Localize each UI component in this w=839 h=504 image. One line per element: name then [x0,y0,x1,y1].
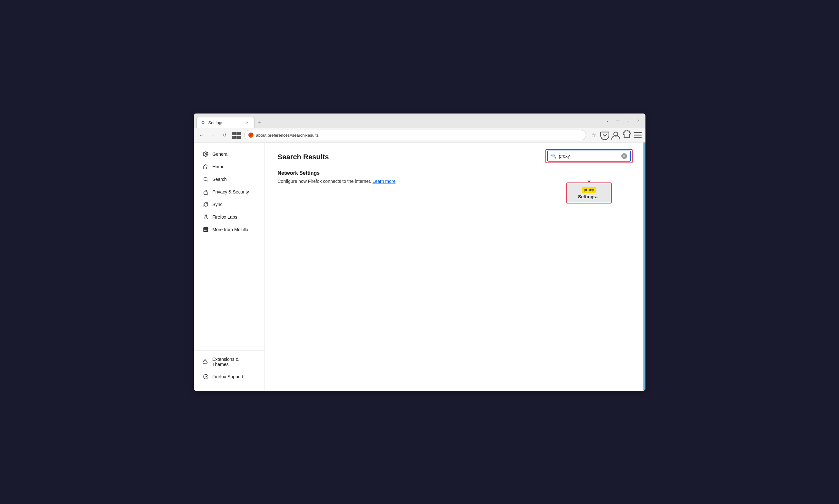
firefox-logo [248,132,253,138]
title-bar: ⚙ Settings × + ⌄ — □ × [194,113,645,128]
tab-title: Settings [208,120,224,125]
sidebar-item-support[interactable]: ? Firefox Support [196,371,262,383]
new-tab-button[interactable]: + [254,118,264,128]
svg-rect-1 [232,136,236,139]
mozilla-icon: m [203,227,209,233]
search-box-icon: 🔍 [551,154,556,159]
sidebar: General Home [194,143,265,391]
search-box-outer: 🔍 × [546,149,632,163]
refresh-button[interactable]: ↺ [220,130,230,140]
svg-rect-8 [205,167,207,169]
labs-icon [203,214,209,220]
sidebar-item-sync-label: Sync [213,202,222,207]
address-bar[interactable]: about:preferences#searchResults [244,130,586,140]
dropdown-button[interactable]: ⌄ [603,116,612,125]
main-content: General Home [194,143,645,391]
svg-rect-11 [204,192,208,195]
sidebar-item-firefox-labs-label: Firefox Labs [213,214,237,220]
sidebar-item-search[interactable]: Search [196,173,262,185]
sidebar-item-general[interactable]: General [196,148,262,160]
home-icon [203,164,209,169]
settings-button[interactable]: Settings... [578,194,600,199]
sidebar-item-sync[interactable]: Sync [196,198,262,211]
back-button[interactable]: ← [196,130,207,140]
svg-rect-2 [236,132,241,135]
svg-rect-0 [232,132,236,135]
lock-icon [203,189,209,195]
svg-rect-3 [236,136,241,139]
settings-button-highlight: proxy Settings... [567,182,612,203]
svg-point-9 [204,177,207,181]
search-input[interactable] [559,154,619,159]
sidebar-item-extensions[interactable]: Extensions & Themes [196,354,262,370]
sidebar-item-home-label: Home [213,164,225,169]
help-icon: ? [203,374,209,380]
sidebar-nav: General Home [194,148,265,348]
sidebar-item-search-label: Search [213,177,227,182]
sidebar-item-mozilla-label: More from Mozilla [213,227,248,232]
sidebar-item-general-label: General [213,151,229,157]
svg-text:?: ? [205,375,207,379]
tab-settings-icon: ⚙ [201,120,206,125]
learn-more-link[interactable]: Learn more [373,179,396,184]
sidebar-item-mozilla[interactable]: m More from Mozilla [196,223,262,236]
connector-line [589,163,589,182]
settings-button-area: proxy Settings... [568,184,610,202]
search-box-area: 🔍 × proxy Settings... [546,149,632,203]
search-icon [203,176,209,182]
browser-window: ⚙ Settings × + ⌄ — □ × ← → ↺ ab [194,113,645,391]
sidebar-item-privacy[interactable]: Privacy & Security [196,186,262,198]
maximize-button[interactable]: □ [624,116,632,125]
sidebar-bottom: Extensions & Themes ? Firefox Support [194,350,265,386]
gear-icon [203,151,209,157]
extensions-button[interactable] [231,130,242,140]
menu-button[interactable] [632,130,643,140]
bookmark-button[interactable]: ☆ [589,130,599,140]
puzzle-icon [203,359,209,365]
pocket-button[interactable] [600,130,610,140]
svg-line-10 [207,180,208,182]
nav-icons-right: ☆ [589,130,643,140]
forward-button[interactable]: → [208,130,218,140]
sidebar-item-support-label: Firefox Support [213,374,244,379]
address-text: about:preferences#searchResults [256,133,582,138]
sidebar-item-extensions-label: Extensions & Themes [212,357,255,367]
close-button[interactable]: × [634,116,643,125]
minimize-button[interactable]: — [613,116,622,125]
content-area: Search Results Network Settings Configur… [265,143,645,391]
window-controls: ⌄ — □ × [603,116,643,125]
search-box[interactable]: 🔍 × [547,150,631,162]
search-clear-button[interactable]: × [621,153,627,159]
profile-button[interactable] [611,130,621,140]
settings-tab[interactable]: ⚙ Settings × [196,117,254,128]
tab-close-button[interactable]: × [245,120,250,125]
sidebar-item-home[interactable]: Home [196,161,262,173]
sidebar-item-privacy-label: Privacy & Security [213,189,249,195]
right-edge [643,143,645,391]
navigation-bar: ← → ↺ about:preferences#searchResults ☆ [194,128,645,143]
proxy-highlight: proxy [582,187,596,193]
tab-area: ⚙ Settings × + [196,113,599,128]
sync-icon [203,201,209,208]
extensions-puzzle-button[interactable] [622,130,632,140]
svg-text:m: m [204,228,207,232]
sidebar-item-firefox-labs[interactable]: Firefox Labs [196,211,262,223]
